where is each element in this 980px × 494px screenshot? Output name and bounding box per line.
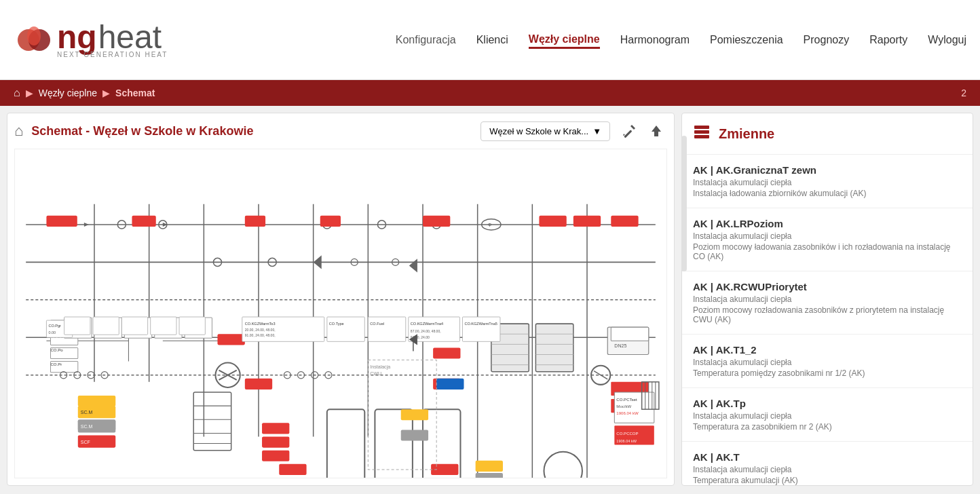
variable-desc-0: Instalacja ładowania zbiorników akumulac… <box>693 189 962 198</box>
svg-rect-66 <box>218 334 245 345</box>
variable-item-5[interactable]: AK | AK.T Instalacja akumulacji ciepła T… <box>682 442 973 485</box>
variable-item-0[interactable]: AK | AK.GranicznaT zewn Instalacja akumu… <box>682 155 973 208</box>
svg-rect-79 <box>401 430 428 440</box>
svg-text:CO.KGZWarmTna5: CO.KGZWarmTna5 <box>465 322 497 326</box>
svg-rect-61 <box>433 347 460 358</box>
svg-rect-75 <box>476 461 503 472</box>
variable-desc-3: Temperatura pomiędzy zasobnikami nr 1/2 … <box>693 368 962 378</box>
nav-raporty[interactable]: Raporty <box>869 31 907 49</box>
variable-name-1: AK | AK.LRPoziom <box>693 218 962 229</box>
variable-category-0: Instalacja akumulacji ciepła <box>693 178 962 187</box>
svg-rect-154 <box>462 317 500 341</box>
variable-item-3[interactable]: AK | AK.T1_2 Instalacja akumulacji ciepł… <box>682 335 973 388</box>
variable-name-2: AK | AK.RCWUPriorytet <box>693 281 962 292</box>
schematic-diagram: CO.PilF CO.ZG CO.Po CO.Pr CO.PilF 0.0,0 … <box>14 149 667 478</box>
main-layout: ⌂ Schemat - Węzeł w Szkole w Krakowie Wę… <box>0 106 980 493</box>
svg-rect-73 <box>78 396 115 406</box>
logo: ng heat NEXT GENERATION HEAT <box>14 20 168 60</box>
variables-panel: Zmienne AK | AK.GranicznaT zewn Instalac… <box>681 113 973 486</box>
header: ng heat NEXT GENERATION HEAT Konfiguracj… <box>0 0 980 80</box>
svg-text:SC.M: SC.M <box>81 424 93 429</box>
variable-desc-1: Poziom mocowy ładowania zasobników i ich… <box>693 242 962 261</box>
nav-wezly-cieplne[interactable]: Węzły cieplne <box>529 31 600 49</box>
variable-category-4: Instalacja akumulacji ciepła <box>693 411 962 421</box>
dropdown-label: Węzeł w Szkole w Krak... <box>489 126 588 136</box>
schematic-actions <box>618 120 667 142</box>
navigation: Konfiguracja Klienci Węzły cieplne Harmo… <box>208 31 966 49</box>
edit-icon <box>622 124 637 138</box>
svg-text:CO.KGZWarmTo3: CO.KGZWarmTo3 <box>245 322 276 326</box>
svg-rect-76 <box>436 379 464 390</box>
svg-text:CO.Pr: CO.Pr <box>50 362 62 366</box>
svg-text:20.00, 24.00, 48.00,: 20.00, 24.00, 48.00, <box>245 328 276 332</box>
svg-rect-146 <box>327 317 364 341</box>
breadcrumb-home-icon[interactable]: ⌂ <box>14 87 20 99</box>
svg-rect-111 <box>611 327 648 341</box>
svg-rect-190 <box>694 135 709 138</box>
svg-marker-5 <box>623 134 625 136</box>
logo-heat: heat <box>98 21 162 54</box>
nav-harmonogram[interactable]: Harmonogram <box>620 31 690 49</box>
svg-rect-3 <box>624 130 632 138</box>
variable-item-2[interactable]: AK | AK.RCWUPriorytet Instalacja akumula… <box>682 271 973 335</box>
svg-text:CO.Fuel: CO.Fuel <box>370 322 384 326</box>
diagram-svg: CO.PilF CO.ZG CO.Po CO.Pr CO.PilF 0.0,0 … <box>15 149 666 478</box>
variable-category-3: Instalacja akumulacji ciepła <box>693 358 962 367</box>
layers-svg <box>693 123 711 140</box>
schematic-home-icon[interactable]: ⌂ <box>14 122 23 140</box>
svg-text:CO.Po: CO.Po <box>50 348 63 352</box>
svg-marker-4 <box>630 125 635 130</box>
logo-ng: ng <box>57 21 97 54</box>
upload-icon <box>649 124 664 138</box>
svg-text:CO.Pgr: CO.Pgr <box>48 324 61 328</box>
svg-rect-56 <box>46 216 77 227</box>
nav-konfiguracja[interactable]: Konfiguracja <box>396 31 456 49</box>
breadcrumb-number: 2 <box>961 88 966 98</box>
layers-icon <box>693 123 711 145</box>
variable-desc-2: Poziom mocowy rozładowania zasobników z … <box>693 305 962 324</box>
variable-item-1[interactable]: AK | AK.LRPoziom Instalacja akumulacji c… <box>682 208 973 271</box>
nav-pomieszczenia[interactable]: Pomieszczenia <box>710 31 783 49</box>
nav-wyloguj[interactable]: Wyloguj <box>928 31 966 49</box>
variable-category-2: Instalacja akumulacji ciepła <box>693 294 962 304</box>
edit-button[interactable] <box>618 120 640 142</box>
variable-name-4: AK | AK.Tp <box>693 398 962 409</box>
schematic-header: ⌂ Schemat - Węzeł w Szkole w Krakowie Wę… <box>14 120 667 142</box>
variables-scrollbar[interactable] <box>681 136 687 271</box>
variables-header: Zmienne <box>682 113 973 155</box>
svg-rect-140 <box>151 317 176 335</box>
breadcrumb-sep2: ▶ <box>102 88 110 98</box>
svg-rect-58 <box>245 216 265 227</box>
svg-rect-80 <box>476 473 503 478</box>
svg-text:Instalacja: Instalacja <box>370 364 390 370</box>
upload-button[interactable] <box>645 120 667 142</box>
svg-text:0.00: 0.00 <box>48 330 56 335</box>
svg-text:CO.PCCOP: CO.PCCOP <box>616 432 638 436</box>
svg-point-2 <box>27 26 41 45</box>
svg-rect-74 <box>401 409 428 420</box>
svg-text:DN25: DN25 <box>614 343 626 348</box>
svg-rect-187 <box>262 451 289 461</box>
breadcrumb-sep1: ▶ <box>26 88 33 98</box>
variable-name-0: AK | AK.GranicznaT zewn <box>693 164 962 176</box>
breadcrumb-schemat: Schemat <box>115 88 155 98</box>
svg-rect-68 <box>279 464 306 475</box>
svg-rect-65 <box>611 216 638 227</box>
variable-item-4[interactable]: AK | AK.Tp Instalacja akumulacji ciepła … <box>682 388 973 442</box>
nav-klienci[interactable]: Klienci <box>476 31 508 49</box>
breadcrumb-wezly[interactable]: Węzły cieplne <box>39 88 97 98</box>
svg-text:SC.M: SC.M <box>81 410 93 415</box>
variables-title: Zmienne <box>719 126 774 142</box>
svg-rect-57 <box>132 216 155 227</box>
svg-rect-60 <box>423 216 450 227</box>
variable-desc-5: Temperatura akumulacji (AK) <box>693 476 962 485</box>
schematic-dropdown[interactable]: Węzeł w Szkole w Krak... ▼ <box>480 121 610 141</box>
svg-rect-141 <box>179 317 205 335</box>
svg-text:1906.04 kW: 1906.04 kW <box>616 411 639 415</box>
variable-name-3: AK | AK.T1_2 <box>693 344 962 356</box>
logo-icon <box>14 20 54 60</box>
svg-text:CO.PCTset: CO.PCTset <box>616 398 637 402</box>
svg-rect-148 <box>368 317 405 341</box>
nav-prognozy[interactable]: Prognozy <box>804 31 850 49</box>
variable-category-1: Instalacja akumulacji ciepła <box>693 231 962 241</box>
